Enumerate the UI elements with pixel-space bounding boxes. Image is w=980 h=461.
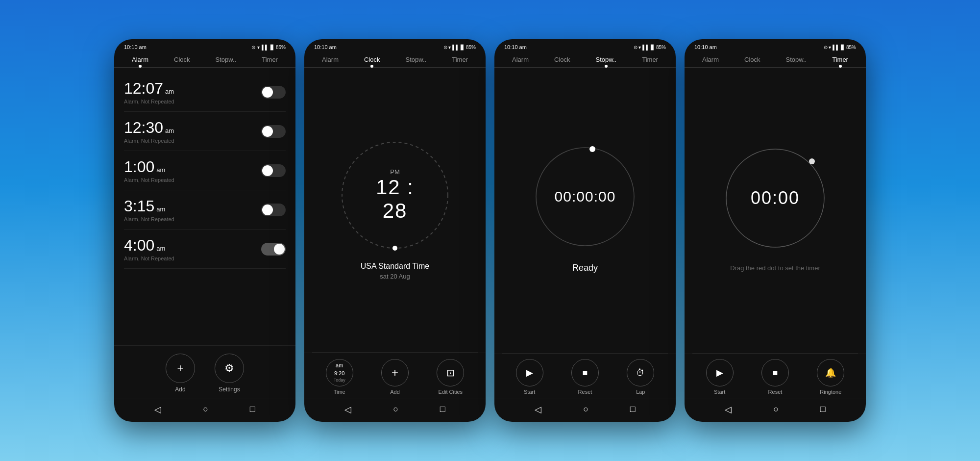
clock-content: PM 12 : 28 USA Standard Time sat 20 Aug …: [304, 68, 486, 399]
alarm-item-0: 12:07 am Alarm, Not Repeated: [124, 73, 286, 112]
timer-content: 00:00 Drag the red dot to set the timer …: [685, 68, 866, 399]
clock-period: PM: [366, 168, 424, 175]
phone-clock: 10:10 am ⊙ ▾ ▌▌ ▊ 85% Alarm Clock Stopw.…: [304, 39, 486, 422]
alarm-toggle-0[interactable]: [261, 86, 286, 99]
timer-time: 00:00: [751, 188, 800, 208]
status-icons-2: ⊙ ▾ ▌▌ ▊ 85%: [443, 45, 476, 50]
timer-dot[interactable]: [809, 158, 815, 164]
tab-stopwatch-2[interactable]: Stopw..: [406, 56, 427, 67]
alarm-time-1: 12:30 am: [124, 119, 174, 137]
home-icon-2[interactable]: ○: [393, 404, 398, 415]
alarm-info-1: 12:30 am Alarm, Not Repeated: [124, 119, 174, 144]
alarm-label-2: Alarm, Not Repeated: [124, 177, 174, 183]
tab-stopwatch-3[interactable]: Stopw..: [596, 56, 617, 67]
alarm-info-2: 1:00 am Alarm, Not Repeated: [124, 158, 174, 183]
tab-clock-1[interactable]: Clock: [174, 56, 190, 67]
alarm-item-2: 1:00 am Alarm, Not Repeated: [124, 151, 286, 190]
back-icon-4[interactable]: ◁: [725, 404, 732, 415]
alarm-time-3: 3:15 am: [124, 197, 174, 215]
sw-lap-icon: ⏱: [627, 359, 654, 386]
recents-icon-4[interactable]: □: [820, 404, 826, 415]
sw-status: Ready: [572, 263, 598, 273]
recents-icon-3[interactable]: □: [630, 404, 636, 415]
home-icon-1[interactable]: ○: [203, 404, 208, 415]
status-bar-1: 10:10 am ⊙ ▾ ▌▌ ▊ 85%: [114, 39, 295, 53]
tab-stopwatch-4[interactable]: Stopw..: [786, 56, 807, 67]
tab-clock-2[interactable]: Clock: [364, 56, 380, 67]
back-icon-3[interactable]: ◁: [535, 404, 541, 415]
tab-timer-2[interactable]: Timer: [452, 56, 468, 67]
tab-clock-3[interactable]: Clock: [554, 56, 570, 67]
nav-bar-2: ◁ ○ □: [304, 399, 486, 422]
timer-reset-label: Reset: [768, 389, 783, 395]
timer-reset-icon: ■: [761, 359, 789, 386]
status-icons-3: ⊙ ▾ ▌▌ ▊ 85%: [634, 45, 666, 50]
alarm-time-0: 12:07 am: [124, 79, 174, 98]
recents-icon-1[interactable]: □: [250, 404, 255, 415]
alarm-ampm-2: am: [156, 166, 165, 174]
tab-timer-3[interactable]: Timer: [642, 56, 658, 67]
sw-time: 00:00:00: [555, 188, 616, 205]
timer-start-action[interactable]: ▶ Start: [706, 359, 734, 395]
alarm-hour-0: 12:07: [124, 79, 163, 98]
time-label: Time: [334, 389, 345, 395]
time-today: Today: [334, 377, 345, 384]
add-clock-label: Add: [390, 389, 400, 395]
alarm-hour-2: 1:00: [124, 158, 154, 176]
tab-alarm-3[interactable]: Alarm: [512, 56, 529, 67]
tab-alarm-1[interactable]: Alarm: [132, 56, 148, 67]
timer-reset-action[interactable]: ■ Reset: [761, 359, 789, 395]
phone-alarm: 10:10 am ⊙ ▾ ▌▌ ▊ 85% Alarm Clock Stopw.…: [114, 39, 295, 422]
recents-icon-2[interactable]: □: [440, 404, 445, 415]
tab-alarm-2[interactable]: Alarm: [322, 56, 339, 67]
edit-cities-label: Edit Cities: [439, 389, 463, 395]
sw-ring: 00:00:00: [529, 140, 641, 253]
alarm-knob-0: [262, 87, 273, 98]
wifi-icon: ⊙: [251, 45, 255, 50]
tab-clock-4[interactable]: Clock: [744, 56, 760, 67]
sw-reset-action[interactable]: ■ Reset: [571, 359, 599, 395]
alarm-content: 12:07 am Alarm, Not Repeated 12:30 am: [114, 68, 295, 399]
edit-cities-action[interactable]: ⊡ Edit Cities: [437, 359, 464, 395]
status-bar-4: 10:10 am ⊙ ▾ ▌▌ ▊ 85%: [685, 39, 866, 53]
settings-button[interactable]: ⚙ Settings: [215, 354, 244, 393]
phone-timer: 10:10 am ⊙ ▾ ▌▌ ▊ 85% Alarm Clock Stopw.…: [685, 39, 866, 422]
add-alarm-button[interactable]: + Add: [166, 354, 195, 393]
add-alarm-label: Add: [175, 386, 185, 393]
timer-ringtone-icon: 🔔: [817, 359, 844, 386]
alarm-label-0: Alarm, Not Repeated: [124, 99, 174, 104]
alarm-toggle-2[interactable]: [261, 164, 286, 177]
alarm-bottom-actions: + Add ⚙ Settings: [114, 345, 295, 399]
battery-2: ⊙ ▾ ▌▌ ▊ 85%: [443, 45, 476, 50]
time-action[interactable]: am 9:20 Today Time: [326, 359, 353, 395]
nav-bar-4: ◁ ○ □: [685, 399, 866, 422]
alarm-toggle-4[interactable]: [261, 243, 286, 256]
back-icon-2[interactable]: ◁: [344, 404, 351, 415]
timer-ringtone-action[interactable]: 🔔 Ringtone: [817, 359, 844, 395]
add-clock-action[interactable]: + Add: [381, 359, 409, 395]
time-ampm: am: [336, 362, 343, 369]
alarm-toggle-1[interactable]: [261, 125, 286, 138]
time-value: 9:20: [334, 370, 344, 377]
stopwatch-content: 00:00:00 Ready ▶ Start ■ Reset ⏱ Lap: [494, 68, 676, 399]
sw-lap-action[interactable]: ⏱ Lap: [627, 359, 654, 395]
tab-stopwatch-1[interactable]: Stopw..: [216, 56, 237, 67]
alarm-info-4: 4:00 am Alarm, Not Repeated: [124, 236, 174, 261]
home-icon-3[interactable]: ○: [583, 404, 588, 415]
tab-timer-4[interactable]: Timer: [832, 56, 848, 67]
tab-timer-1[interactable]: Timer: [262, 56, 278, 67]
signal-bars: ▌▌: [262, 45, 269, 50]
status-icons-1: ⊙ ▾ ▌▌ ▊ 85%: [251, 45, 286, 50]
tab-alarm-4[interactable]: Alarm: [702, 56, 719, 67]
back-icon-1[interactable]: ◁: [154, 404, 161, 415]
sw-start-icon: ▶: [516, 359, 543, 386]
alarm-knob-2: [262, 165, 273, 176]
alarm-label-3: Alarm, Not Repeated: [124, 216, 174, 222]
timer-display: 00:00 Drag the red dot to set the timer: [685, 68, 866, 353]
home-icon-4[interactable]: ○: [773, 404, 779, 415]
status-icons-4: ⊙ ▾ ▌▌ ▊ 85%: [824, 45, 856, 50]
clock-display: PM 12 : 28 USA Standard Time sat 20 Aug: [304, 68, 486, 352]
alarm-toggle-3[interactable]: [261, 204, 286, 216]
phone-stopwatch: 10:10 am ⊙ ▾ ▌▌ ▊ 85% Alarm Clock Stopw.…: [494, 39, 676, 422]
sw-start-action[interactable]: ▶ Start: [516, 359, 543, 395]
